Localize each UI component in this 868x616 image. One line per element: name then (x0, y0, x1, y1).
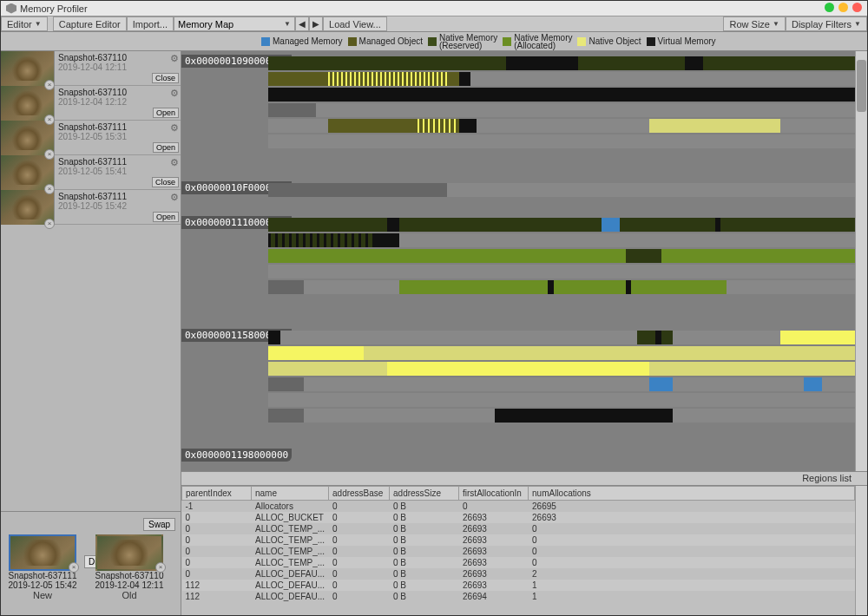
swatch-managed-memory (261, 37, 270, 46)
table-cell: 0 B (390, 523, 459, 534)
window-maximize[interactable] (838, 3, 848, 12)
gear-icon[interactable]: ⚙ (170, 53, 179, 64)
col-num-allocations[interactable]: numAllocations (529, 487, 855, 501)
legend-native-reserved-b: (Reserved) (439, 42, 497, 49)
table-row[interactable]: 112ALLOC_DEFAU...00 B266931 (182, 580, 855, 591)
col-address-base[interactable]: addressBase (329, 487, 390, 501)
compare-name: Snapshot-637111 (4, 571, 81, 580)
snapshot-action-button[interactable]: Close (152, 73, 179, 83)
gear-icon[interactable]: ⚙ (170, 157, 179, 168)
table-row[interactable]: 0ALLOC_BUCKET00 B2669326693 (182, 512, 855, 523)
nav-next-button[interactable]: ▶ (309, 16, 323, 31)
snapshot-item[interactable]: × Snapshot-637111 2019-12-05 15:42 ⚙ Ope… (1, 190, 181, 225)
table-row[interactable]: -1Allocators00 B026695 (182, 501, 855, 513)
table-cell: 0 B (390, 580, 459, 591)
display-filters-dropdown[interactable]: Display Filters ▼ (786, 16, 867, 31)
table-cell: 1 (529, 591, 855, 602)
memory-block[interactable] (268, 183, 864, 202)
import-button[interactable]: Import... (127, 16, 174, 31)
snapshot-item[interactable]: × Snapshot-637110 2019-12-04 12:12 ⚙ Ope… (1, 86, 181, 121)
table-cell: 26693 (459, 512, 529, 523)
remove-icon[interactable]: × (155, 562, 166, 573)
memory-map-scroll[interactable]: 0x0000001090000000 0x00000010F000 (181, 51, 867, 471)
table-row[interactable]: 0ALLOC_TEMP_...00 B266930 (182, 557, 855, 568)
table-row[interactable]: 0ALLOC_DEFAU...00 B266932 (182, 568, 855, 580)
snapshot-date: 2019-12-05 15:41 (58, 167, 177, 176)
table-cell: 0 (329, 523, 390, 534)
table-cell: 0 B (390, 534, 459, 546)
snapshot-name: Snapshot-637110 (58, 53, 177, 62)
snapshot-action-button[interactable]: Open (153, 212, 179, 222)
load-view-button[interactable]: Load View... (323, 16, 387, 31)
snapshot-list: × Snapshot-637110 2019-12-04 12:11 ⚙ Clo… (1, 51, 181, 511)
table-cell: ALLOC_DEFAU... (252, 580, 329, 591)
compare-thumbnail (95, 534, 163, 571)
window-controls (825, 3, 862, 12)
memory-block[interactable] (268, 218, 864, 320)
snapshot-thumbnail: × (1, 86, 55, 121)
snapshot-name: Snapshot-637111 (58, 192, 177, 201)
delete-icon[interactable]: × (44, 115, 55, 125)
table-scrollbar[interactable] (855, 486, 867, 615)
snapshot-date: 2019-12-05 15:42 (58, 201, 177, 211)
delete-icon[interactable]: × (44, 149, 55, 160)
col-name[interactable]: name (252, 487, 329, 501)
window-minimize[interactable] (825, 3, 834, 12)
table-row[interactable]: 0ALLOC_TEMP_...00 B266930 (182, 546, 855, 557)
table-cell: ALLOC_DEFAU... (252, 591, 329, 602)
capture-editor-button[interactable]: Capture Editor (53, 16, 127, 31)
table-cell: -1 (182, 501, 252, 513)
gear-icon[interactable]: ⚙ (170, 192, 179, 203)
legend-native-object: Native Object (589, 36, 641, 46)
regions-list-label: Regions list (181, 471, 867, 485)
editor-label: Editor (7, 19, 32, 29)
col-address-size[interactable]: addressSize (390, 487, 459, 501)
window-close[interactable] (852, 3, 862, 12)
delete-icon[interactable]: × (44, 80, 55, 90)
table-cell: 0 (182, 523, 252, 534)
snapshot-action-button[interactable]: Close (152, 177, 179, 187)
view-dropdown-label: Memory Map (178, 19, 233, 29)
swap-button[interactable]: Swap (143, 518, 175, 531)
row-size-dropdown[interactable]: Row Size ▼ (723, 16, 785, 31)
nav-prev-button[interactable]: ◀ (295, 16, 309, 31)
memory-block[interactable] (268, 56, 864, 169)
col-parent-index[interactable]: parentIndex (182, 487, 252, 501)
table-row[interactable]: 112ALLOC_DEFAU...00 B266941 (182, 591, 855, 602)
table-row[interactable]: 0ALLOC_TEMP_...00 B266930 (182, 523, 855, 534)
memory-block[interactable] (268, 331, 864, 443)
delete-icon[interactable]: × (44, 219, 55, 229)
snapshot-item[interactable]: × Snapshot-637111 2019-12-05 15:41 ⚙ Clo… (1, 155, 181, 190)
swatch-native-reserved (428, 37, 437, 46)
legend: Managed Memory Managed Object Native Mem… (1, 32, 867, 51)
snapshot-item[interactable]: × Snapshot-637111 2019-12-05 15:31 ⚙ Ope… (1, 121, 181, 155)
table-cell: 26695 (529, 501, 855, 513)
table-cell: 0 (182, 546, 252, 557)
snapshot-item[interactable]: × Snapshot-637110 2019-12-04 12:11 ⚙ Clo… (1, 51, 181, 86)
delete-icon[interactable]: × (44, 184, 55, 194)
snapshot-date: 2019-12-04 12:11 (58, 62, 177, 72)
table-cell: 0 B (390, 568, 459, 580)
address-label: 0x0000001198000000 (181, 449, 292, 462)
table-cell: 112 (182, 580, 252, 591)
gear-icon[interactable]: ⚙ (170, 122, 179, 134)
table-cell: 26693 (459, 534, 529, 546)
table-cell: 26693 (459, 557, 529, 568)
table-cell: 0 (329, 580, 390, 591)
snapshot-action-button[interactable]: Open (153, 108, 179, 118)
compare-slot-old[interactable]: × Snapshot-637110 2019-12-04 12:11 Old (91, 534, 168, 600)
compare-slot-new[interactable]: × Snapshot-637111 2019-12-05 15:42 New (4, 534, 81, 600)
compare-name: Snapshot-637110 (91, 571, 168, 580)
compare-label: Old (91, 590, 168, 600)
col-first-allocation[interactable]: firstAllocationIn (459, 487, 529, 501)
snapshot-action-button[interactable]: Open (153, 142, 179, 153)
vertical-scrollbar[interactable] (855, 51, 867, 471)
editor-dropdown[interactable]: Editor ▼ (1, 16, 48, 31)
gear-icon[interactable]: ⚙ (170, 88, 179, 99)
view-dropdown[interactable]: Memory Map▼ (174, 16, 295, 31)
remove-icon[interactable]: × (69, 562, 79, 573)
table-row[interactable]: 0ALLOC_TEMP_...00 B266930 (182, 534, 855, 546)
snapshot-date: 2019-12-04 12:12 (58, 97, 177, 107)
table-cell: 0 (182, 512, 252, 523)
table-cell: 0 B (390, 512, 459, 523)
